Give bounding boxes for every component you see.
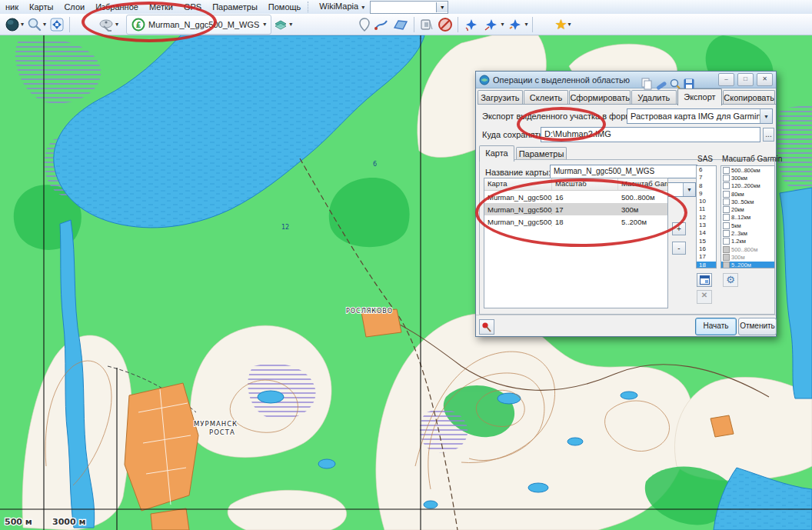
- clear-zooms-button[interactable]: ✕: [697, 290, 712, 304]
- map-name-input[interactable]: Murman_N_ggc500_M_WGS: [550, 165, 697, 178]
- menu-item-sloi[interactable]: Слои: [58, 1, 90, 14]
- garmin-scale-item[interactable]: 80км: [721, 190, 774, 198]
- chevron-down-icon[interactable]: ▾: [568, 21, 571, 28]
- pin-dialog-button[interactable]: [479, 319, 494, 335]
- sas-zoom-item[interactable]: 17: [697, 253, 716, 261]
- maximize-button[interactable]: □: [737, 73, 754, 86]
- copy-icon[interactable]: [641, 78, 653, 90]
- browse-button[interactable]: ...: [763, 128, 774, 142]
- close-button[interactable]: ✕: [757, 73, 773, 86]
- chevron-down-icon[interactable]: ▾: [115, 21, 118, 28]
- sas-zoom-item[interactable]: 13: [697, 222, 716, 229]
- tab-zagruzit[interactable]: Загрузить: [478, 90, 523, 105]
- remove-map-button[interactable]: -: [672, 242, 686, 255]
- chevron-down-icon[interactable]: ▾: [263, 21, 266, 28]
- add-map-button[interactable]: +: [672, 222, 686, 235]
- combo-arrow-icon[interactable]: ▼: [436, 2, 448, 12]
- export-maps-table[interactable]: Карта Масштаб Масштаб Garmin Murman_N_gg…: [484, 178, 668, 308]
- table-row[interactable]: Murman_N_ggc500_... 17 300м: [484, 203, 667, 215]
- table-row[interactable]: Murman_N_ggc500_... 16 500..800м: [484, 191, 667, 203]
- menu-item-karty[interactable]: Карты: [24, 1, 58, 14]
- sas-zoom-list[interactable]: 6 7 8 9 10 11 12 13 14 15 16 17 18: [696, 165, 717, 268]
- export-format-select[interactable]: Растровая карта IMG для Garmin ▼: [627, 108, 773, 124]
- sas-zoom-item[interactable]: 11: [697, 205, 716, 213]
- menu-item-izbrannoe[interactable]: Избранное: [90, 1, 144, 14]
- add-placemark-button[interactable]: [357, 15, 372, 34]
- start-button[interactable]: Начать: [695, 318, 737, 335]
- map-source-button[interactable]: £ Murman_N_ggc500_M_WGS ▾: [126, 15, 271, 35]
- download-tool-button[interactable]: ▾: [96, 15, 120, 34]
- favorites-button[interactable]: ★ ▾: [553, 15, 572, 34]
- gps-connect-button[interactable]: [461, 15, 481, 34]
- sas-zoom-item[interactable]: 16: [697, 245, 716, 253]
- tab-sformirovat[interactable]: Сформировать: [569, 90, 631, 105]
- save-path-input[interactable]: D:\Muhman2.IMG: [541, 127, 760, 142]
- menu-item-parametry[interactable]: Параметры: [207, 1, 263, 14]
- chevron-down-icon[interactable]: ▾: [501, 21, 504, 28]
- sas-zoom-item[interactable]: 6: [697, 166, 716, 174]
- checkbox-icon[interactable]: [723, 246, 730, 253]
- menu-item-metki[interactable]: Метки: [144, 1, 178, 14]
- garmin-scale-item[interactable]: 500..800км: [721, 166, 774, 174]
- move-map-button[interactable]: ▾: [3, 15, 25, 34]
- cancel-button[interactable]: Отменить: [738, 318, 777, 335]
- dialog-titlebar[interactable]: Операции с выделенной областью – □ ✕: [476, 72, 776, 88]
- checkbox-icon[interactable]: [723, 182, 730, 189]
- garmin-scale-item[interactable]: 300км: [721, 174, 774, 182]
- garmin-scale-item[interactable]: 2..3км: [721, 229, 774, 237]
- sas-zoom-item[interactable]: 14: [697, 229, 716, 237]
- menu-item-istochnik[interactable]: ник: [0, 1, 24, 14]
- menu-item-pomosch[interactable]: Помощь: [263, 1, 307, 14]
- fullscreen-button[interactable]: [48, 15, 66, 34]
- cancel-selection-button[interactable]: [436, 15, 454, 34]
- garmin-scale-item[interactable]: 8..12км: [721, 214, 774, 222]
- menu-item-wikimapia[interactable]: WikiMapia ▾: [314, 0, 370, 14]
- garmin-scale-list[interactable]: 500..800км 300км 120..200км 80км 30..50к…: [720, 165, 775, 268]
- checkbox-icon[interactable]: [723, 262, 730, 268]
- garmin-scale-item[interactable]: 5км: [721, 222, 774, 229]
- chevron-down-icon[interactable]: ▾: [289, 21, 292, 28]
- layers-button[interactable]: ▾: [271, 15, 294, 34]
- inner-tab-karta[interactable]: Карта: [479, 145, 514, 162]
- sas-zoom-item[interactable]: 7: [697, 174, 716, 182]
- add-polygon-button[interactable]: [391, 15, 411, 34]
- tab-skleit[interactable]: Склеить: [524, 90, 569, 105]
- checkbox-icon[interactable]: [723, 206, 730, 213]
- column-karta[interactable]: Карта: [484, 178, 552, 190]
- settings-gear-button[interactable]: ⚙: [723, 273, 738, 287]
- combo-arrow-icon[interactable]: ▼: [683, 183, 695, 196]
- sas-zoom-item[interactable]: 10: [697, 198, 716, 205]
- chevron-down-icon[interactable]: ▾: [21, 21, 24, 28]
- checkbox-icon[interactable]: [723, 230, 730, 237]
- checkbox-icon[interactable]: [723, 191, 730, 198]
- gps-options-button[interactable]: ▾: [505, 15, 529, 34]
- column-masshtab[interactable]: Масштаб: [552, 178, 618, 190]
- garmin-scale-item-checked[interactable]: 500..800м: [721, 245, 774, 253]
- checkbox-icon[interactable]: [723, 175, 730, 182]
- edit-zooms-button[interactable]: [697, 273, 712, 287]
- tab-eksport[interactable]: Экспорт: [677, 88, 723, 105]
- garmin-scale-item[interactable]: 30..50км: [721, 198, 774, 205]
- gps-track-button[interactable]: ▾: [481, 15, 505, 34]
- checkbox-icon[interactable]: [723, 167, 730, 174]
- checkbox-icon[interactable]: [723, 222, 730, 229]
- checkbox-icon[interactable]: [723, 214, 730, 221]
- column-masshtab-garmin[interactable]: Масштаб Garmin: [618, 178, 667, 190]
- sas-zoom-item[interactable]: 15: [697, 238, 716, 245]
- tab-skopirovat[interactable]: Скопировать: [723, 90, 775, 105]
- menu-item-gps[interactable]: GPS: [178, 1, 207, 14]
- inner-tab-parametry[interactable]: Параметры: [516, 147, 567, 160]
- chevron-down-icon[interactable]: ▾: [43, 21, 46, 28]
- sas-zoom-item[interactable]: 12: [697, 214, 716, 222]
- tab-udalit[interactable]: Удалить: [631, 90, 677, 105]
- checkbox-icon[interactable]: [723, 238, 730, 245]
- edit-pen-icon[interactable]: [655, 78, 667, 90]
- sas-zoom-item[interactable]: 9: [697, 190, 716, 198]
- zoom-tool-button[interactable]: ▾: [25, 15, 48, 34]
- combo-arrow-icon[interactable]: ▼: [760, 109, 772, 123]
- garmin-scale-item-checked[interactable]: 300м: [721, 253, 774, 261]
- garmin-scale-item[interactable]: 1.2км: [721, 238, 774, 245]
- sas-zoom-item-selected[interactable]: 18: [697, 262, 716, 268]
- garmin-scale-item[interactable]: 120..200км: [721, 182, 774, 190]
- add-path-button[interactable]: [372, 15, 391, 34]
